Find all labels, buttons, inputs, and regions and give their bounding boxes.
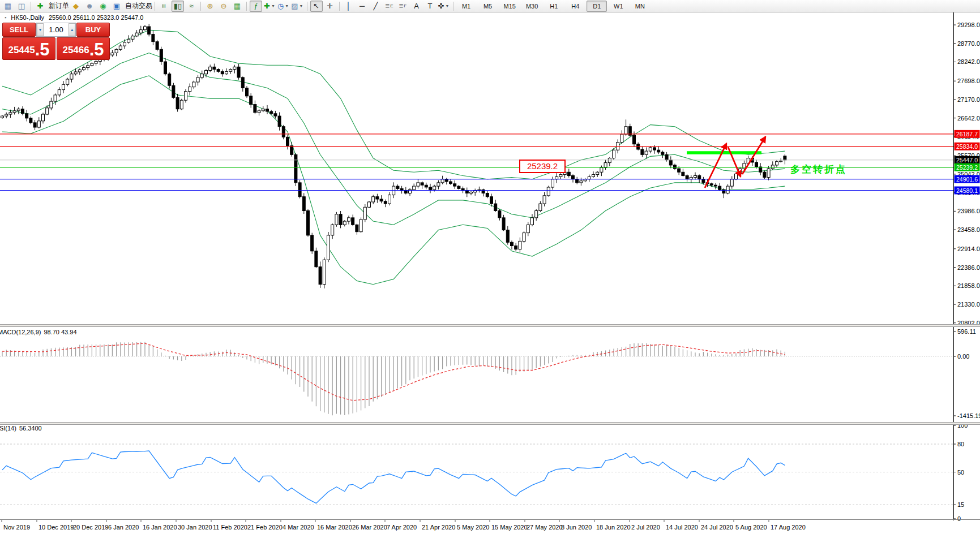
timeframe-d1[interactable]: D1 — [587, 1, 607, 12]
tile-windows-icon[interactable]: ▦ — [231, 1, 243, 12]
macd-tick-label: 596.11 — [957, 328, 976, 335]
volume-input[interactable] — [44, 23, 69, 36]
candle — [262, 106, 264, 113]
candle — [437, 180, 440, 190]
data-window-icon[interactable]: ◫ — [15, 1, 28, 12]
zoom-in-icon[interactable]: ⊕ — [204, 1, 216, 12]
user-account-icon[interactable]: ☻ — [83, 1, 96, 12]
macd-tick-label: -1415.19 — [957, 412, 980, 419]
pane-separators[interactable] — [0, 324, 980, 520]
price-level-badge[interactable]: 25239.2 — [955, 163, 980, 171]
price-level-badge[interactable]: 24580.1 — [955, 187, 980, 195]
date-axis[interactable]: Nov 201910 Dec 201920 Dec 20196 Jan 2020… — [2, 520, 806, 531]
price-level-badge[interactable]: 25447.0 — [955, 156, 980, 164]
timeframe-mn[interactable]: MN — [630, 1, 650, 12]
candle — [620, 130, 623, 144]
volume-down-button[interactable]: ▼ — [37, 23, 44, 36]
candle — [1, 115, 4, 119]
candle — [282, 125, 285, 140]
timeframe-h4[interactable]: H4 — [565, 1, 585, 12]
zoom-out-icon[interactable]: ⊖ — [217, 1, 230, 12]
candle — [17, 107, 20, 114]
candle — [78, 68, 81, 75]
chevron-down-icon[interactable]: ▼ — [271, 4, 275, 8]
signals-icon[interactable]: ◉ — [97, 1, 109, 12]
autotrading-icon[interactable]: ▣ — [110, 1, 123, 12]
price-level-badge[interactable]: 24901.6 — [955, 175, 980, 183]
buy-price-main: 25466 — [62, 42, 89, 59]
chevron-down-icon[interactable]: ▼ — [446, 4, 450, 8]
ohlc-values: 25560.0 25611.0 25323.0 25447.0 — [49, 14, 143, 21]
chart-window-icon[interactable]: ▦ — [2, 1, 14, 12]
metaeditor-icon[interactable]: ◆ — [70, 1, 82, 12]
new-order-icon[interactable]: ✚ — [34, 1, 46, 12]
candle — [661, 150, 664, 158]
price-level-badge[interactable]: 26187.7 — [955, 130, 980, 138]
candle — [323, 257, 326, 288]
candle — [91, 62, 93, 66]
rsi-tick-label: 15 — [957, 501, 964, 508]
vline-icon[interactable]: │ — [343, 1, 355, 12]
candle — [331, 223, 334, 239]
periods-icon[interactable]: ◷▼ — [277, 1, 289, 12]
candle — [388, 192, 391, 206]
trendline-icon[interactable]: ╱ — [370, 1, 382, 12]
templates-icon[interactable]: ▨▼ — [290, 1, 303, 12]
buy-button[interactable]: BUY — [76, 23, 110, 37]
bars-chart-icon[interactable]: ≡ — [158, 1, 170, 12]
sell-button[interactable]: SELL — [2, 23, 36, 37]
text-label-icon[interactable]: T — [424, 1, 436, 12]
date-tick-label: 17 Aug 2020 — [771, 524, 806, 531]
zoom-out-icon: ⊖ — [221, 2, 227, 10]
line-chart-icon[interactable]: ≈ — [185, 1, 198, 12]
pivot-annotation-text[interactable]: 多空转折点 — [790, 163, 847, 175]
candle — [172, 83, 175, 99]
timeframe-m30[interactable]: M30 — [521, 1, 542, 12]
date-tick-label: 11 Feb 2020 — [213, 524, 247, 531]
pivot-price-label[interactable]: 25239.2 — [520, 160, 565, 173]
timeframe-w1[interactable]: W1 — [608, 1, 628, 12]
price-level-badge-label: 25447.0 — [956, 157, 978, 163]
hline-icon[interactable]: ─ — [356, 1, 369, 12]
candle — [87, 62, 89, 70]
timeframe-h1[interactable]: H1 — [544, 1, 564, 12]
new-order-label[interactable]: 新订单 — [49, 1, 69, 11]
candle — [776, 160, 778, 168]
candles-chart-icon[interactable]: ▮▯ — [172, 1, 184, 12]
autotrading-label[interactable]: 自动交易 — [125, 1, 152, 11]
equidistant-channel-icon[interactable]: ≡E — [383, 1, 396, 12]
date-tick-label: 6 Jan 2020 — [108, 524, 139, 531]
candle — [450, 179, 452, 185]
chevron-down-icon[interactable]: ▼ — [299, 4, 303, 8]
candle — [474, 189, 477, 196]
arrows-icon[interactable]: ✜▼ — [438, 1, 450, 12]
candle — [686, 174, 688, 182]
text-icon[interactable]: A — [410, 1, 423, 12]
price-tick-label: 28242.0 — [957, 58, 980, 65]
add-indicator-icon[interactable]: ✚▼ — [263, 1, 276, 12]
candle — [417, 179, 420, 189]
cursor-icon[interactable]: ↖ — [310, 1, 323, 12]
toolbar-separator — [155, 2, 155, 11]
date-tick-label: 20 Dec 2019 — [73, 524, 108, 531]
candle — [441, 176, 444, 184]
candle — [453, 180, 456, 189]
price-level-badge-label: 26187.7 — [956, 131, 978, 137]
crosshair-icon[interactable]: ✛ — [324, 1, 336, 12]
chevron-down-icon[interactable]: ▼ — [285, 4, 289, 8]
indicators-icon[interactable]: ƒ — [250, 1, 262, 12]
chart-area[interactable]: 29298.028770.028242.027698.027170.026642… — [0, 12, 980, 534]
price-level-badge[interactable]: 25834.0 — [955, 143, 980, 150]
buy-price-display[interactable]: 25466.5 — [57, 37, 110, 60]
volume-up-button[interactable]: ▲ — [69, 23, 75, 36]
timeframe-m15[interactable]: M15 — [499, 1, 520, 12]
timeframe-m1[interactable]: M1 — [456, 1, 477, 12]
sell-price-display[interactable]: 25445.5 — [2, 37, 55, 60]
candle — [784, 154, 786, 165]
fibonacci-icon[interactable]: ≡F — [397, 1, 409, 12]
candle — [555, 173, 558, 183]
price-tick-label: 28770.0 — [957, 40, 980, 47]
trend-arrow[interactable] — [705, 144, 726, 188]
candle — [127, 35, 130, 44]
timeframe-m5[interactable]: M5 — [478, 1, 498, 12]
